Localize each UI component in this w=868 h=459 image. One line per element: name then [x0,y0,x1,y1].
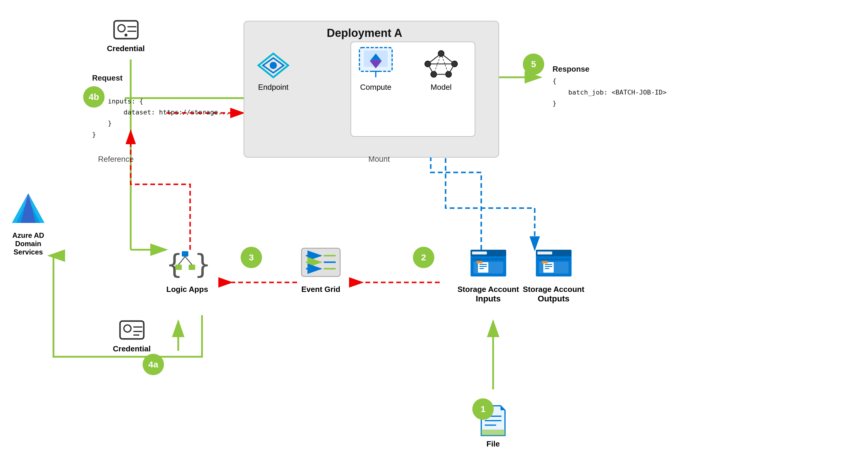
step-circle-3: 3 [241,247,262,268]
svg-rect-79 [543,262,554,272]
svg-line-36 [428,64,434,74]
event-grid-icon [300,244,342,282]
svg-rect-77 [537,259,570,260]
compute-icon [356,45,395,80]
svg-line-35 [441,54,455,64]
storage-outputs-icon-box: Storage AccountOutputs [523,244,584,304]
svg-rect-82 [545,268,549,269]
azure-ad-label: Azure AD DomainServices [6,231,51,256]
step-circle-4a: 4a [143,354,164,375]
logic-apps-label: Logic Apps [166,285,208,294]
azure-ad-icon [9,190,48,229]
deployment-title: Deployment A [327,27,402,39]
svg-rect-76 [537,252,552,255]
storage-outputs-label: Storage AccountOutputs [523,285,584,304]
step-circle-5: 5 [523,54,544,75]
credential-bottom-icon-box: Credential [113,318,151,353]
svg-point-46 [124,325,131,332]
svg-rect-70 [479,264,487,265]
model-label: Model [431,83,452,92]
svg-rect-53 [175,265,182,270]
model-icon [422,45,460,80]
event-grid-label: Event Grid [301,285,340,294]
svg-rect-72 [479,268,484,269]
step-circle-1: 1 [472,398,494,420]
compute-icon-box: Compute [356,45,395,92]
azure-ad-icon-box: Azure AD DomainServices [6,190,51,256]
svg-rect-83 [542,261,548,263]
svg-line-37 [448,64,455,74]
credential-top-icon [111,18,141,41]
compute-label: Compute [360,83,392,92]
request-body: { inputs: { dataset: https://storage... … [92,84,230,140]
credential-top-icon-box: Credential [107,18,145,53]
logic-apps-icon-box: { } Logic Apps [166,244,208,294]
storage-inputs-label: Storage AccountInputs [458,285,519,304]
svg-text:{: { [166,249,182,280]
endpoint-icon-box: Endpoint [255,51,291,92]
step-circle-2: 2 [413,247,434,268]
reference-label: Reference [98,154,134,164]
svg-rect-71 [479,266,487,267]
svg-rect-66 [472,252,487,255]
svg-rect-81 [545,266,552,267]
logic-apps-icon: { } [166,244,208,282]
svg-rect-69 [478,262,488,272]
svg-rect-89 [481,430,505,435]
svg-rect-54 [189,265,195,270]
svg-point-16 [118,25,125,32]
diagram-container: Deployment A 1 2 3 4a 4b 5 Credential Re… [0,0,868,459]
svg-point-22 [270,62,277,69]
endpoint-label: Endpoint [258,83,289,92]
credential-bottom-icon [117,318,147,342]
svg-rect-67 [472,259,505,260]
storage-inputs-icon-box: Storage AccountInputs [458,244,519,304]
file-label: File [487,439,500,449]
credential-bottom-label: Credential [113,344,151,353]
svg-rect-80 [545,264,552,265]
svg-point-19 [124,34,127,36]
svg-marker-85 [500,406,505,410]
response-box: Response { batch_job: <BATCH-JOB-ID> } [553,62,666,109]
event-grid-icon-box: Event Grid [300,244,342,294]
svg-rect-52 [182,251,188,257]
request-box: Request { inputs: { dataset: https://sto… [92,71,230,140]
storage-outputs-icon [533,244,575,282]
svg-line-56 [185,257,192,265]
response-title: Response [553,62,666,76]
svg-rect-73 [476,261,483,263]
credential-top-label: Credential [107,44,145,53]
svg-line-34 [428,54,441,64]
request-title: Request [92,71,230,84]
model-icon-box: Model [422,45,460,92]
mount-label: Mount [368,154,390,164]
storage-inputs-icon [468,244,509,282]
endpoint-icon [255,51,291,80]
response-body: { batch_job: <BATCH-JOB-ID> } [553,76,666,109]
svg-text:}: } [194,249,208,280]
step-circle-4b: 4b [83,86,104,108]
